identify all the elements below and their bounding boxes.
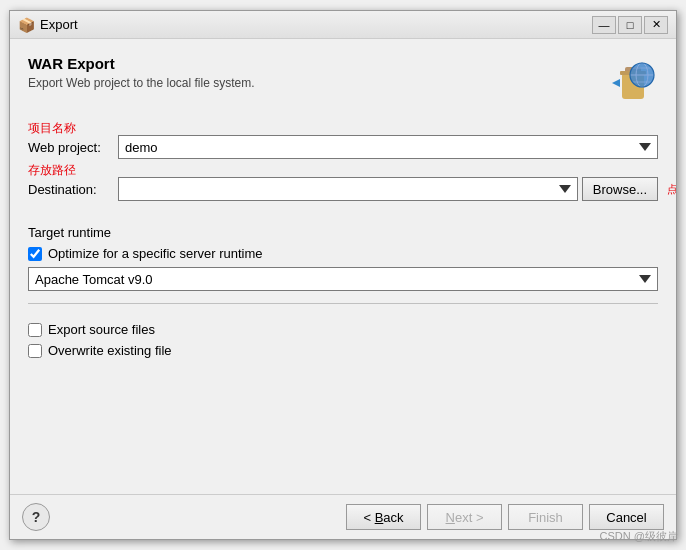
export-source-checkbox[interactable] [28, 323, 42, 337]
destination-row: 存放路径 Destination: Browse... 点击选择路径 [28, 177, 658, 201]
window-icon: 📦 [18, 17, 34, 33]
overwrite-checkbox[interactable] [28, 344, 42, 358]
title-bar: 📦 Export — □ ✕ [10, 11, 676, 39]
destination-label: Destination: [28, 182, 118, 197]
minimize-button[interactable]: — [592, 16, 616, 34]
help-button[interactable]: ? [22, 503, 50, 531]
export-source-row: Export source files [28, 322, 658, 337]
optimize-checkbox-row: Optimize for a specific server runtime [28, 246, 658, 261]
back-button[interactable]: < Back [346, 504, 421, 530]
section-divider [28, 303, 658, 304]
footer-buttons: < Back Next > Finish Cancel [50, 504, 664, 530]
svg-marker-9 [612, 79, 620, 87]
destination-input[interactable] [118, 177, 578, 201]
header-subtitle: Export Web project to the local file sys… [28, 76, 596, 90]
web-project-row: 项目名称 Web project: demo [28, 135, 658, 159]
finish-button[interactable]: Finish [508, 504, 583, 530]
web-project-control: demo [118, 135, 658, 159]
close-button[interactable]: ✕ [644, 16, 668, 34]
runtime-select[interactable]: Apache Tomcat v9.0 [28, 267, 658, 291]
optimize-checkbox[interactable] [28, 247, 42, 261]
export-options-section: Export source files Overwrite existing f… [28, 312, 658, 374]
window-title: Export [40, 17, 586, 32]
overwrite-row: Overwrite existing file [28, 343, 658, 358]
overwrite-label[interactable]: Overwrite existing file [48, 343, 172, 358]
next-underline: N [446, 510, 455, 525]
watermark: CSDN @级彼岸 [600, 529, 678, 544]
web-project-annotation: 项目名称 [28, 120, 76, 137]
window-controls: — □ ✕ [592, 16, 668, 34]
dialog-footer: ? < Back Next > Finish Cancel [10, 494, 676, 539]
cancel-button[interactable]: Cancel [589, 504, 664, 530]
target-runtime-label: Target runtime [28, 225, 658, 240]
back-underline: B [375, 510, 384, 525]
destination-annotation: 存放路径 [28, 162, 76, 179]
dialog-content: WAR Export Export Web project to the loc… [10, 39, 676, 494]
web-project-select[interactable]: demo [118, 135, 658, 159]
header-text: WAR Export Export Web project to the loc… [28, 55, 596, 90]
web-project-label: Web project: [28, 140, 118, 155]
war-export-icon [606, 55, 658, 107]
export-source-label[interactable]: Export source files [48, 322, 155, 337]
header-title: WAR Export [28, 55, 596, 72]
destination-control: Browse... 点击选择路径 [118, 177, 658, 201]
browse-annotation: 点击选择路径 [667, 182, 676, 197]
form-area: 项目名称 Web project: demo 存放路径 Destination:… [28, 121, 658, 484]
browse-button[interactable]: Browse... [582, 177, 658, 201]
next-button[interactable]: Next > [427, 504, 502, 530]
maximize-button[interactable]: □ [618, 16, 642, 34]
dialog-header: WAR Export Export Web project to the loc… [28, 55, 658, 107]
target-runtime-section: Target runtime Optimize for a specific s… [28, 219, 658, 291]
optimize-label[interactable]: Optimize for a specific server runtime [48, 246, 263, 261]
dialog-window: 📦 Export — □ ✕ WAR Export Export Web pro… [9, 10, 677, 540]
